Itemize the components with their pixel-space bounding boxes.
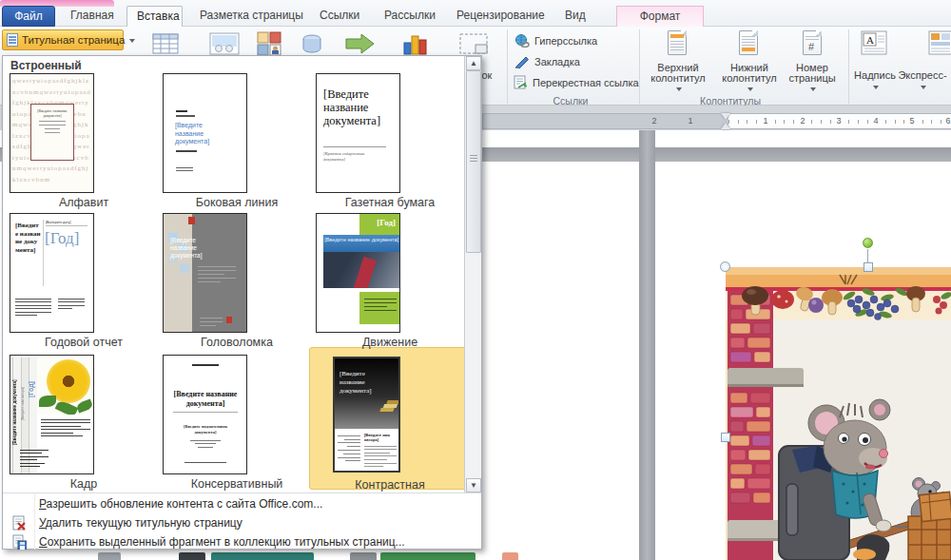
gallery-item-label: Годовой отчет xyxy=(8,336,160,349)
tab-home[interactable]: Главная xyxy=(61,6,124,27)
bookmark-icon xyxy=(514,55,530,68)
cover-page-button[interactable]: Титульная страница xyxy=(2,29,124,50)
left-page-picture-fragment xyxy=(350,552,377,560)
svg-text:A: A xyxy=(866,34,874,46)
frame-author-vertical: [Введите имя автора] xyxy=(21,363,25,420)
left-page-picture-fragment xyxy=(211,552,314,560)
hyperlink-globe-icon xyxy=(514,34,530,48)
quick-parts-icon xyxy=(928,30,951,55)
conservative-title: [Введите название документа] xyxy=(173,390,238,413)
menu-item-save-selection[interactable]: Сохранить выделенный фрагмент в коллекци… xyxy=(3,532,481,551)
selected-picture[interactable] xyxy=(726,267,951,560)
tab-mailings[interactable]: Рассылки xyxy=(375,6,445,27)
left-page-picture-fragment xyxy=(380,552,476,560)
textbox-icon: A xyxy=(861,30,887,55)
ribbon-tab-row: Файл Главная Вставка Разметка страницы С… xyxy=(0,0,951,27)
motion-title: [Введите название документа] xyxy=(323,235,400,252)
tab-review[interactable]: Рецензирование xyxy=(447,6,554,27)
resize-handle-left[interactable] xyxy=(721,433,730,442)
frame-year-vertical: [Год] xyxy=(28,359,34,397)
gallery-item-label: Головоломка xyxy=(161,336,313,349)
ruler-number: 3 xyxy=(834,116,844,126)
tab-view[interactable]: Вид xyxy=(555,6,595,27)
left-page-picture-fragment xyxy=(98,552,121,560)
gallery-item-label: Движение xyxy=(314,336,466,349)
group-divider xyxy=(848,29,849,104)
ruler-number: 2 xyxy=(798,116,807,126)
resize-handle-top[interactable] xyxy=(864,262,873,272)
cover-page-gallery-dropdown: Встроенный qwertyuiopasdfghjklzxcvbnmqwe… xyxy=(2,55,482,550)
gallery-item-label: Кадр xyxy=(8,477,160,491)
gallery-item-alphabet[interactable]: qwertyuiopasdfghjklzxcvbnmqwertyuiopasdf… xyxy=(8,73,160,209)
gallery-item-sideline[interactable]: [Введите название документа] Боковая лин… xyxy=(161,73,313,209)
left-page-picture-fragment xyxy=(179,552,205,560)
motion-year: [Год] xyxy=(377,218,396,227)
gallery-item-label: Боковая линия xyxy=(161,196,313,209)
rotation-handle[interactable] xyxy=(863,238,873,248)
newsprint-summary: [Краткое содержание документа] xyxy=(323,151,380,163)
chevron-down-icon xyxy=(129,39,135,43)
gallery-item-motion[interactable]: [Год] [Введите название документа] Движе… xyxy=(314,213,466,349)
gallery-item-puzzle[interactable]: [Введите название документа] Головоломка xyxy=(161,213,313,349)
cross-reference-icon xyxy=(513,75,528,89)
chevron-down-icon xyxy=(873,86,879,89)
contrast-title: [Введите название документа] xyxy=(340,370,385,396)
chevron-down-icon xyxy=(810,87,816,91)
menu-item-enable-updates[interactable]: Разрешить обновление контента с сайта Of… xyxy=(3,494,481,513)
bookmark-button[interactable]: Закладка xyxy=(514,52,580,71)
ruler-number: 6 xyxy=(943,116,951,126)
ruler-number: 4 xyxy=(871,116,881,126)
gallery-item-contrast[interactable]: [Введите название документа] [Введите им… xyxy=(333,357,400,473)
frame-title-vertical: [Введите название документа] xyxy=(12,359,17,445)
chevron-down-icon xyxy=(921,86,926,89)
motion-photo xyxy=(323,252,400,288)
annual-date: [Выберите дату] xyxy=(46,221,87,226)
tab-file[interactable]: Файл xyxy=(2,6,55,27)
gallery-item-annual-report[interactable]: [Выберите дату] [Введите название докуме… xyxy=(8,213,160,349)
sideline-title: [Введите название документа] xyxy=(175,122,224,146)
annual-year: [Год] xyxy=(45,229,87,247)
hyperlink-button[interactable]: Гиперссылка xyxy=(514,31,597,50)
chevron-down-icon xyxy=(747,87,753,91)
gallery-scrollbar[interactable]: ▲ ▼ xyxy=(464,56,481,492)
scrollbar-thumb[interactable] xyxy=(466,70,481,253)
cross-reference-button[interactable]: Перекрестная ссылка xyxy=(513,73,639,92)
cover-page-icon xyxy=(7,33,18,47)
conservative-subtitle: [Введите подзаголовок документа] xyxy=(177,424,234,435)
tab-page-layout[interactable]: Разметка страницы xyxy=(190,6,313,27)
ruler-number: 2 xyxy=(650,116,659,126)
first-line-indent-marker[interactable] xyxy=(721,113,730,120)
hanging-indent-marker[interactable] xyxy=(721,123,730,129)
group-divider xyxy=(639,29,640,104)
group-divider xyxy=(507,29,508,104)
scroll-up-button[interactable]: ▲ xyxy=(466,56,481,70)
gallery-item-frame[interactable]: [Введите название документа] [Введите им… xyxy=(8,355,160,491)
ruler-number: 5 xyxy=(907,116,917,126)
ruler-number: 1 xyxy=(686,116,695,126)
contrast-books-decoration xyxy=(379,408,394,412)
scroll-down-button[interactable]: ▼ xyxy=(466,478,481,492)
gallery-item-newsprint[interactable]: [Введите название документа] [Краткое со… xyxy=(314,73,466,209)
annual-title: [Введите название документа] xyxy=(15,222,41,254)
gallery-item-label: Алфавит xyxy=(8,196,160,209)
page-above-right[interactable] xyxy=(655,130,951,147)
alphabet-title-box: [Введите название документа] xyxy=(30,104,74,161)
tab-insert[interactable]: Вставка xyxy=(126,6,183,27)
ruler-number: 1 xyxy=(761,116,770,126)
left-page-picture-fragment xyxy=(502,552,518,560)
menu-item-remove-cover-page[interactable]: Удалить текущую титульную страницу xyxy=(3,513,481,532)
word-window: Файл Главная Вставка Разметка страницы С… xyxy=(0,0,951,560)
newsprint-title: [Введите название документа] xyxy=(323,87,392,127)
sunflower-photo xyxy=(37,357,93,415)
gallery-item-label: Консервативный xyxy=(161,477,313,491)
menu-separator xyxy=(3,492,481,493)
gallery-section-header: Встроенный xyxy=(10,59,82,72)
desk-gap-vertical xyxy=(639,130,655,560)
gallery-item-label: Газетная бумага xyxy=(314,196,466,209)
resize-handle-top-left[interactable] xyxy=(720,261,730,272)
contrast-author: [Введите имя автора] xyxy=(364,433,397,442)
tab-format[interactable]: Формат xyxy=(616,6,704,27)
gallery-item-conservative[interactable]: [Введите название документа] [Введите по… xyxy=(161,355,313,491)
tab-references[interactable]: Ссылки xyxy=(310,6,369,27)
puzzle-title: [Введите название документа] xyxy=(170,237,214,260)
